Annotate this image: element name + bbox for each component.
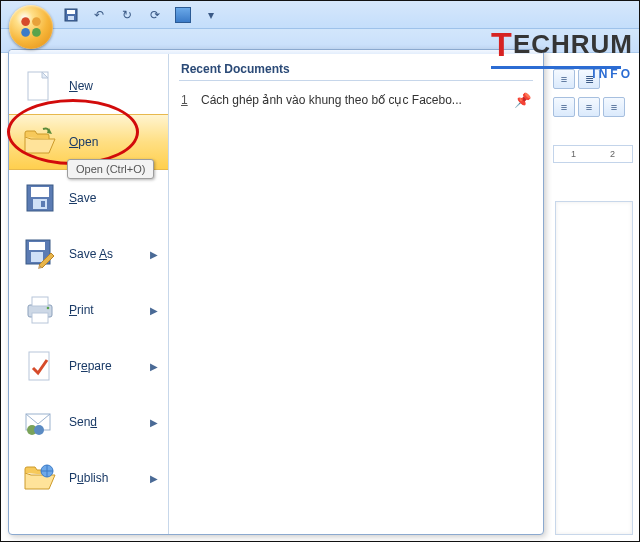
prepare-icon <box>23 349 57 383</box>
align-center-button[interactable]: ≡ <box>578 97 600 117</box>
pin-icon[interactable]: 📌 <box>514 92 531 108</box>
office-button[interactable] <box>9 5 53 49</box>
menu-item-label: Send <box>69 415 97 429</box>
svg-point-21 <box>47 307 50 310</box>
svg-point-6 <box>32 28 41 37</box>
ribbon-partial: ≡ ≣ ≡ ≡ ≡ 1 2 <box>553 69 633 163</box>
svg-point-25 <box>34 425 44 435</box>
submenu-arrow-icon: ▶ <box>150 473 158 484</box>
menu-item-publish[interactable]: Publish ▶ <box>9 450 168 506</box>
submenu-arrow-icon: ▶ <box>150 305 158 316</box>
menu-item-label: Save <box>69 191 96 205</box>
svg-rect-20 <box>32 313 48 323</box>
watermark-logo: TECHRUM INFO <box>491 25 633 81</box>
menu-item-label: Publish <box>69 471 108 485</box>
divider <box>179 80 533 81</box>
svg-point-4 <box>32 17 41 26</box>
submenu-arrow-icon: ▶ <box>150 249 158 260</box>
qat-repeat-button[interactable]: ⟳ <box>145 5 165 25</box>
recent-item-number: 1 <box>181 93 191 107</box>
recent-document-item[interactable]: 1 Cách ghép ảnh vào khung theo bố cục Fa… <box>179 89 533 111</box>
menu-item-label: Open <box>69 135 98 149</box>
svg-rect-16 <box>31 252 43 262</box>
print-icon <box>23 293 57 327</box>
office-menu: New Open Save Save As ▶ Print <box>8 49 544 535</box>
submenu-arrow-icon: ▶ <box>150 417 158 428</box>
recent-documents-header: Recent Documents <box>181 62 533 76</box>
svg-rect-22 <box>29 352 49 380</box>
document-area[interactable] <box>555 201 633 535</box>
open-icon <box>23 125 57 159</box>
svg-rect-19 <box>32 297 48 306</box>
publish-icon <box>23 461 57 495</box>
save-as-icon <box>23 237 57 271</box>
menu-item-save-as[interactable]: Save As ▶ <box>9 226 168 282</box>
menu-item-print[interactable]: Print ▶ <box>9 282 168 338</box>
recent-item-title: Cách ghép ảnh vào khung theo bố cục Face… <box>201 93 462 107</box>
menu-item-label: Save As <box>69 247 113 261</box>
new-icon <box>23 69 57 103</box>
send-icon <box>23 405 57 439</box>
tooltip: Open (Ctrl+O) <box>67 159 154 179</box>
menu-item-send[interactable]: Send ▶ <box>9 394 168 450</box>
menu-item-new[interactable]: New <box>9 58 168 114</box>
svg-rect-2 <box>68 16 74 20</box>
svg-rect-15 <box>29 242 45 250</box>
svg-rect-1 <box>67 10 75 14</box>
qat-table-button[interactable] <box>173 5 193 25</box>
menu-item-label: Prepare <box>69 359 112 373</box>
svg-point-3 <box>21 17 30 26</box>
qat-redo-button[interactable]: ↻ <box>117 5 137 25</box>
menu-item-prepare[interactable]: Prepare ▶ <box>9 338 168 394</box>
svg-rect-13 <box>41 201 45 207</box>
ruler[interactable]: 1 2 <box>553 145 633 163</box>
svg-rect-11 <box>31 187 49 197</box>
qat-undo-button[interactable]: ↶ <box>89 5 109 25</box>
office-menu-commands: New Open Save Save As ▶ Print <box>9 50 169 534</box>
align-left-button[interactable]: ≡ <box>553 97 575 117</box>
menu-item-label: New <box>69 79 93 93</box>
qat-customize-button[interactable]: ▾ <box>201 5 221 25</box>
recent-documents-panel: Recent Documents 1 Cách ghép ảnh vào khu… <box>169 50 543 534</box>
menu-item-label: Print <box>69 303 94 317</box>
qat-save-button[interactable] <box>61 5 81 25</box>
submenu-arrow-icon: ▶ <box>150 361 158 372</box>
svg-point-5 <box>21 28 30 37</box>
align-right-button[interactable]: ≡ <box>603 97 625 117</box>
save-icon <box>23 181 57 215</box>
